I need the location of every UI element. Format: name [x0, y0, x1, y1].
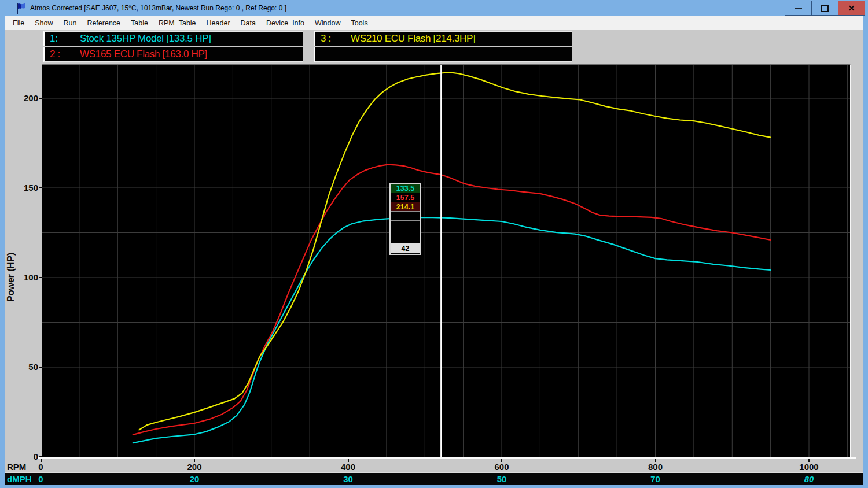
legend-box-run-4[interactable] [314, 47, 572, 62]
x-tick-label: 1000 [799, 462, 818, 472]
legend-run-label: WS210 ECU Flash [214.3HP] [351, 33, 475, 45]
dmph-value: 70 [650, 474, 660, 484]
legend-run-number: 3 : [321, 33, 351, 45]
menu-item-window[interactable]: Window [310, 19, 345, 27]
title-bar: Atmos Corrected [SAE J607, 15°C, 1013mBa… [0, 0, 868, 16]
maximize-icon [821, 5, 829, 12]
minimize-button[interactable] [785, 1, 812, 16]
x-tick-label: 600 [494, 462, 509, 472]
menu-item-reference[interactable]: Reference [82, 19, 126, 27]
power-chart[interactable] [42, 65, 850, 457]
menu-item-tools[interactable]: Tools [345, 19, 373, 27]
legend-box-run-1[interactable]: 1:Stock 135HP Model [133.5 HP] [43, 31, 303, 46]
cursor-readout-run-2: 157.5 [391, 193, 420, 202]
menu-item-header[interactable]: Header [201, 19, 236, 27]
app-flag-icon [16, 2, 27, 14]
axis-separator-line [38, 457, 856, 459]
dmph-axis-band: dMPH 02030507080 [5, 472, 863, 485]
x-tick-label: 0 [38, 462, 43, 472]
chart-grid [42, 65, 850, 457]
x-tick-label: 800 [648, 462, 663, 472]
y-tick-label: 50 [5, 362, 38, 372]
legend-run-number: 1: [50, 33, 80, 45]
x-tick-label: 400 [341, 462, 355, 472]
close-button[interactable]: ✕ [838, 1, 865, 16]
y-tick-label: 100 [5, 272, 38, 283]
window-title: Atmos Corrected [SAE J607, 15°C, 1013mBa… [30, 4, 286, 12]
cursor-readout-run-1: 133.5 [391, 184, 420, 193]
x-axis-title: RPM [7, 462, 26, 472]
dmph-value: 30 [343, 474, 353, 484]
series-line-run-1 [133, 217, 771, 443]
series-line-run-3 [139, 73, 770, 430]
dmph-value: 0 [38, 474, 43, 484]
menu-item-run[interactable]: Run [58, 19, 82, 27]
close-icon: ✕ [848, 4, 855, 12]
window-controls: ✕ [785, 1, 865, 16]
cursor-readout-run-4 [391, 212, 420, 221]
x-tick-label: 200 [187, 462, 201, 472]
app-window: Atmos Corrected [SAE J607, 15°C, 1013mBa… [0, 0, 868, 488]
menu-item-file[interactable]: File [8, 19, 30, 27]
cursor-readout-run-3: 214.1 [391, 202, 420, 212]
cursor-readout-run-5 [391, 221, 420, 243]
y-tick-label: 150 [5, 183, 38, 193]
legend-box-run-3[interactable]: 3 :WS210 ECU Flash [214.3HP] [314, 31, 572, 46]
menu-item-show[interactable]: Show [30, 19, 58, 27]
cursor-readout-box: 133.5157.5214.142 [389, 183, 421, 255]
legend-run-label: Stock 135HP Model [133.5 HP] [80, 33, 211, 45]
menu-bar: FileShowRunReferenceTableRPM_TableHeader… [5, 16, 863, 30]
y-tick-label: 0 [5, 452, 38, 462]
dmph-axis-label: dMPH [7, 474, 32, 484]
maximize-button[interactable] [811, 1, 838, 16]
dmph-value: 50 [497, 474, 507, 484]
menu-item-rpm_table[interactable]: RPM_Table [153, 19, 201, 27]
menu-item-table[interactable]: Table [126, 19, 153, 27]
legend-box-run-2[interactable]: 2 :WS165 ECU Flash [163.0 HP] [43, 47, 303, 62]
minimize-icon [795, 8, 802, 9]
legend-run-number: 2 : [50, 49, 80, 60]
menu-item-device_info[interactable]: Device_Info [261, 19, 310, 27]
menu-item-data[interactable]: Data [236, 19, 261, 27]
legend-run-label: WS165 ECU Flash [163.0 HP] [80, 49, 207, 60]
dmph-value: 20 [190, 474, 200, 484]
cursor-readout-dmph: 42 [391, 243, 420, 253]
series-line-run-2 [133, 165, 771, 435]
plot-panel[interactable] [42, 64, 851, 457]
dmph-value: 80 [804, 474, 814, 484]
y-tick-label: 200 [5, 93, 38, 103]
